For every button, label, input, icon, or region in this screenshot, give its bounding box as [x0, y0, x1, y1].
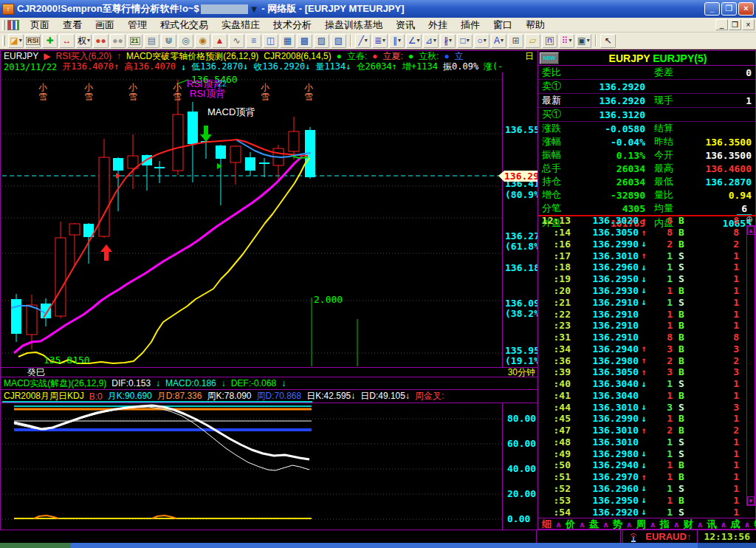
tick-row[interactable]: :22136.29101 B1	[538, 308, 755, 320]
vlines-tool[interactable]: ∥▾	[389, 34, 405, 48]
parallel-tool[interactable]: ∦▾	[440, 34, 456, 48]
channel-tool[interactable]: ⊿▾	[423, 34, 439, 48]
tick-row[interactable]: :20136.2930↓1 B1	[538, 285, 755, 297]
tick-row[interactable]: 12:13136.3020↑8 B8	[538, 215, 755, 227]
tick-row[interactable]: :47136.3010↑2 B2	[538, 425, 755, 436]
close-button[interactable]: ×	[738, 2, 754, 16]
tick-row[interactable]: :44136.3010↓3 S3	[538, 401, 755, 413]
tick-row[interactable]: :14136.3050↑8 B8	[538, 227, 755, 239]
menu-item-资讯[interactable]: 资讯	[389, 18, 422, 32]
tick-row[interactable]: :50136.2940↓1 B1	[538, 459, 755, 471]
plug-button[interactable]: ∿	[229, 34, 244, 48]
wheel-button[interactable]: ◉	[195, 34, 210, 48]
line-tool[interactable]: ╱▾	[355, 34, 371, 48]
tick-row[interactable]: :21136.2910↓1 S1	[538, 296, 755, 308]
tick-row[interactable]: :18136.2960↓1 S1	[538, 261, 755, 273]
child-minimize-button[interactable]: _	[715, 19, 728, 30]
tick-row[interactable]: :48136.30101 S1	[538, 436, 755, 448]
tick-row[interactable]: :16136.2990↓2 B2	[538, 239, 755, 250]
minimize-button[interactable]: _	[704, 2, 720, 16]
scroll-down-button[interactable]: ▼	[747, 496, 755, 505]
text-icon: A	[494, 36, 500, 45]
columns-view-button[interactable]: ◫	[263, 34, 278, 48]
tick-row[interactable]: :17136.3010↑1 S1	[538, 250, 755, 261]
swap-arrow-button[interactable]: ↔	[59, 34, 75, 48]
move-cross-button[interactable]: ✚	[42, 34, 58, 48]
menu-item-操盘训练基地[interactable]: 操盘训练基地	[318, 18, 389, 32]
tick-row[interactable]: :49136.2980↓1 S1	[538, 448, 755, 459]
lights-off-button[interactable]: ●●	[110, 34, 126, 48]
child-close-button[interactable]: ×	[742, 19, 755, 30]
quote-value: 136.4600	[690, 163, 752, 174]
tick-volume-side: 2 B	[649, 355, 702, 366]
ticker-symbol[interactable]: EURAUD↑	[639, 531, 697, 542]
up-arrow-icon: ↑	[639, 425, 649, 436]
child-restore-button[interactable]: ❐	[729, 19, 741, 30]
tick-row[interactable]: :40136.3040↓1 S1	[538, 378, 755, 390]
indicator-label: 立春:	[347, 50, 367, 61]
tick-row[interactable]: :36136.2980↑2 B2	[538, 355, 755, 366]
eraser-tool[interactable]: ▱	[525, 34, 540, 48]
menu-item-页面[interactable]: 页面	[24, 18, 56, 32]
menu-item-画面[interactable]: 画面	[89, 18, 121, 32]
tick-row[interactable]: :54136.2920↓1 S1	[538, 506, 755, 518]
rect-tool[interactable]: □▾	[457, 34, 472, 48]
text-tool[interactable]: A▾	[491, 34, 506, 48]
chart-view-b-button[interactable]: ▩	[297, 34, 312, 48]
tick-row[interactable]: :34136.2940↑3 B3	[538, 343, 755, 355]
magnifier-button[interactable]: ◎	[178, 34, 193, 48]
main-chart-area[interactable]: 小雪小雪小雪小雪小雪小雪136.5460RSI顶背22RSI顶背MACD顶背2.…	[1, 72, 538, 367]
fan-tool[interactable]: ∠▾	[406, 34, 422, 48]
quote-value: 26034	[580, 177, 645, 188]
rsi-button[interactable]: RSI	[25, 34, 41, 48]
menu-item-外挂[interactable]: 外挂	[422, 18, 454, 32]
menu-item-实盘猎庄[interactable]: 实盘猎庄	[215, 18, 267, 32]
tick-row[interactable]: :19136.2950↓1 S1	[538, 273, 755, 285]
calendar-button[interactable]: 21	[127, 34, 142, 48]
save-tool[interactable]: ▣▾	[576, 34, 591, 48]
tick-row[interactable]: :41136.30401 B1	[538, 389, 755, 401]
chart-view-c-button[interactable]: ▨	[314, 34, 329, 48]
kdj-canvas[interactable]	[1, 403, 538, 530]
menu-item-管理[interactable]: 管理	[121, 18, 154, 32]
menu-item-插件[interactable]: 插件	[454, 18, 487, 32]
tick-volume2: 1	[702, 507, 755, 518]
main-chart-canvas[interactable]: 小雪小雪小雪小雪小雪小雪136.5460RSI顶背22RSI顶背MACD顶背2.…	[1, 72, 538, 367]
tick-time: :44	[538, 402, 571, 413]
book-button[interactable]: ⋓	[161, 34, 176, 48]
tick-row[interactable]: :39136.3050↑3 B3	[538, 366, 755, 378]
lights-on-button[interactable]: ●●	[93, 34, 109, 48]
scroll-up-button[interactable]: ▲	[747, 226, 755, 235]
tick-row[interactable]: :51136.2970↑1 B1	[538, 471, 755, 483]
tick-row[interactable]: :23136.29101 B1	[538, 320, 755, 332]
copy-docs-button[interactable]: ▤	[144, 34, 159, 48]
crosshair-icon[interactable]: ⊕	[744, 214, 755, 225]
menu-item-程式化交易[interactable]: 程式化交易	[154, 18, 215, 32]
tick-time: :53	[538, 495, 571, 506]
tick-row[interactable]: :52136.2960↓1 S1	[538, 483, 755, 495]
chart-view-a-button[interactable]: ▦	[280, 34, 295, 48]
restore-button[interactable]: ❐	[721, 2, 737, 16]
lock-tool[interactable]: ⊓	[542, 34, 557, 48]
segment-tool[interactable]: ≣▾	[372, 34, 388, 48]
tick-row[interactable]: :31136.29108 B8	[538, 332, 755, 343]
palette-tool[interactable]: ⠿▾	[559, 34, 574, 48]
menu-item-查看[interactable]: 查看	[56, 18, 89, 32]
menu-item-窗口[interactable]: 窗口	[487, 18, 519, 32]
kdj-panel[interactable]	[1, 403, 538, 530]
rights-combo[interactable]: 权▾	[76, 34, 92, 48]
open-folder-button[interactable]: ◪▾	[8, 34, 24, 48]
new-button[interactable]: NEW	[540, 52, 559, 64]
pointer-cursor[interactable]: ↖	[600, 34, 616, 48]
tick-row[interactable]: :45136.2990↓1 B1	[538, 413, 755, 425]
menu-item-帮助[interactable]: 帮助	[519, 18, 551, 32]
tick-scrollbar[interactable]: ▲ ▼	[746, 225, 755, 506]
tick-row[interactable]: :53136.2950↓1 B1	[538, 494, 755, 506]
copy-tool[interactable]: ⊞	[508, 34, 523, 48]
alarm-bell-button[interactable]: ▲	[212, 34, 227, 48]
chart-view-d-button[interactable]: ▧	[331, 34, 346, 48]
list-view-button[interactable]: ≡	[246, 34, 261, 48]
ellipse-tool[interactable]: ○▾	[474, 34, 489, 48]
menu-item-技术分析[interactable]: 技术分析	[267, 18, 318, 32]
period-label[interactable]: 日	[525, 50, 538, 61]
